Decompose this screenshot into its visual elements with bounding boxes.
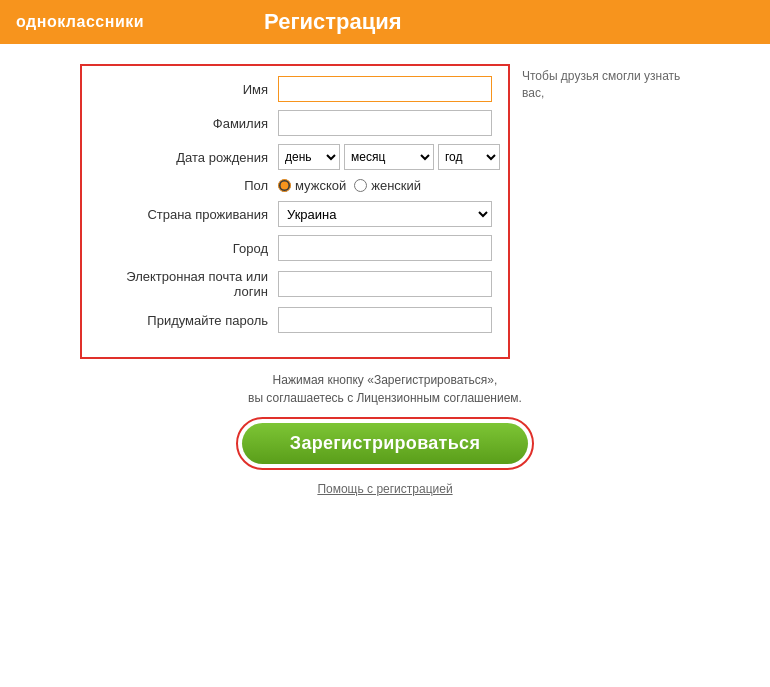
city-input[interactable] — [278, 235, 492, 261]
dob-month-select[interactable]: месяц — [344, 144, 434, 170]
disclaimer-line1: Нажимая кнопку «Зарегистрироваться», — [273, 373, 498, 387]
gender-female-label: женский — [371, 178, 421, 193]
disclaimer: Нажимая кнопку «Зарегистрироваться», вы … — [248, 371, 522, 407]
country-select[interactable]: Украина Россия Беларусь Казахстан — [278, 201, 492, 227]
dob-fields: день месяц год — [278, 144, 500, 170]
dob-label: Дата рождения — [98, 150, 278, 165]
city-label: Город — [98, 241, 278, 256]
password-input[interactable] — [278, 307, 492, 333]
logo: одноклассники — [16, 13, 144, 31]
register-button[interactable]: Зарегистрироваться — [242, 423, 528, 464]
surname-label: Фамилия — [98, 116, 278, 131]
password-row: Придумайте пароль — [98, 307, 492, 333]
registration-form: Имя Фамилия Дата рождения день месяц — [80, 64, 510, 359]
gender-male-radio[interactable] — [278, 179, 291, 192]
email-input[interactable] — [278, 271, 492, 297]
form-outer: Имя Фамилия Дата рождения день месяц — [0, 64, 770, 359]
name-row: Имя — [98, 76, 492, 102]
country-label: Страна проживания — [98, 207, 278, 222]
register-button-wrapper: Зарегистрироваться — [236, 417, 534, 470]
main-content: Имя Фамилия Дата рождения день месяц — [0, 44, 770, 687]
email-row: Электронная почта или логин — [98, 269, 492, 299]
gender-label: Пол — [98, 178, 278, 193]
help-link[interactable]: Помощь с регистрацией — [317, 482, 452, 496]
city-row: Город — [98, 235, 492, 261]
surname-input[interactable] — [278, 110, 492, 136]
hint-text: Чтобы друзья смогли узнать вас, — [522, 69, 680, 100]
password-label: Придумайте пароль — [98, 313, 278, 328]
gender-female-radio[interactable] — [354, 179, 367, 192]
gender-male-option[interactable]: мужской — [278, 178, 346, 193]
gender-row: Пол мужской женский — [98, 178, 492, 193]
disclaimer-line2: вы соглашаетесь с Лицензионным соглашени… — [248, 391, 522, 405]
page-title: Регистрация — [264, 9, 402, 35]
dob-year-select[interactable]: год — [438, 144, 500, 170]
gender-female-option[interactable]: женский — [354, 178, 421, 193]
country-row: Страна проживания Украина Россия Беларус… — [98, 201, 492, 227]
header: одноклассники Регистрация — [0, 0, 770, 44]
dob-row: Дата рождения день месяц год — [98, 144, 492, 170]
gender-options: мужской женский — [278, 178, 421, 193]
email-label: Электронная почта или логин — [98, 269, 278, 299]
dob-day-select[interactable]: день — [278, 144, 340, 170]
gender-male-label: мужской — [295, 178, 346, 193]
hint-box: Чтобы друзья смогли узнать вас, — [510, 64, 690, 102]
name-input[interactable] — [278, 76, 492, 102]
surname-row: Фамилия — [98, 110, 492, 136]
name-label: Имя — [98, 82, 278, 97]
